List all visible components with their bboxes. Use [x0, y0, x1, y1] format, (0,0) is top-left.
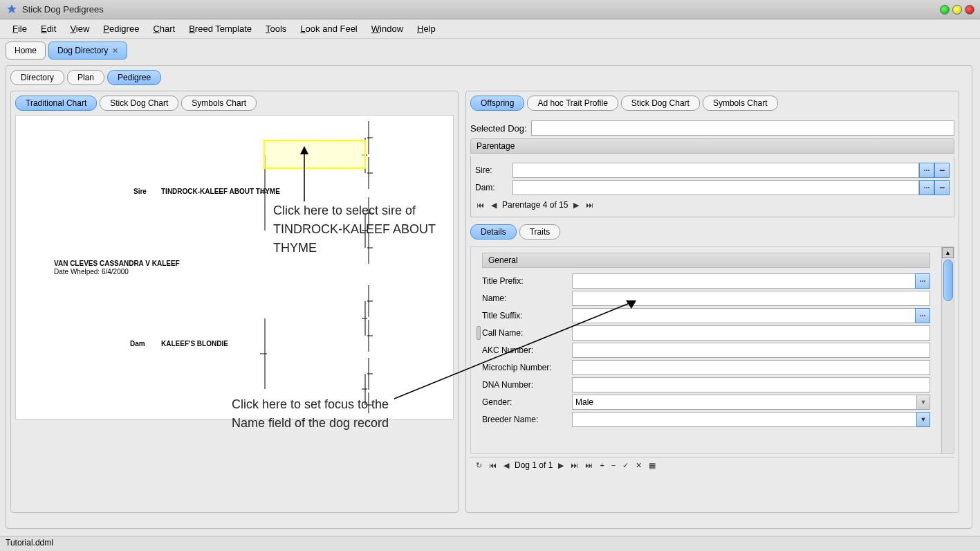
menu-look-feel[interactable]: Look and Feel [293, 21, 364, 37]
sire-grandparent-slot[interactable] [264, 140, 366, 169]
gender-dropdown-button[interactable]: ▼ [916, 395, 930, 410]
title-prefix-input[interactable] [572, 273, 915, 289]
sire-field-label: Sire: [475, 165, 508, 175]
menu-help[interactable]: Help [410, 21, 443, 37]
main-panel: Directory Plan Pedigree Traditional Char… [6, 65, 972, 529]
parentage-position: Parentage 4 of 15 [502, 200, 568, 210]
tab-dog-directory[interactable]: Dog Directory ✕ [48, 42, 127, 60]
nav-prev-icon[interactable]: ◀ [490, 201, 498, 210]
general-header: General [482, 253, 930, 268]
pedigree-chart[interactable]: Sire TINDROCK-KALEEF ABOUT THYME VAN CLE… [15, 115, 454, 419]
title-suffix-browse-button[interactable]: ··· [915, 308, 930, 323]
breeder-label: Breeder Name: [482, 415, 572, 424]
titlebar: Stick Dog Pedigrees [0, 0, 980, 19]
dam-clear-button[interactable]: − [934, 180, 950, 195]
rec-refresh-icon[interactable]: ↻ [474, 461, 483, 470]
window-controls [940, 5, 974, 15]
rec-commit-icon[interactable]: ✓ [621, 461, 630, 470]
rec-add-icon[interactable]: + [598, 461, 605, 469]
maximize-button[interactable] [952, 5, 962, 15]
selected-dog-label: Selected Dog: [470, 123, 527, 134]
rec-end-icon[interactable]: ⏭ [584, 461, 594, 469]
menu-file[interactable]: File [6, 21, 34, 37]
breeder-dropdown-button[interactable]: ▼ [916, 412, 930, 427]
dam-browse-button[interactable]: ··· [919, 180, 934, 195]
dam-field[interactable] [512, 180, 919, 195]
tab-home[interactable]: Home [6, 42, 46, 60]
sire-name[interactable]: TINDROCK-KALEEF ABOUT THYME [161, 188, 280, 195]
arrow-up-icon [297, 146, 311, 201]
minimize-button[interactable] [940, 5, 950, 15]
rec-first-icon[interactable]: ⏮ [488, 461, 498, 469]
tab-directory[interactable]: Directory [10, 70, 64, 85]
tab-traits[interactable]: Traits [519, 224, 561, 240]
sire-field[interactable] [512, 163, 919, 178]
menu-edit[interactable]: Edit [34, 21, 63, 37]
right-tabs: Offspring Ad hoc Trait Profile Stick Dog… [470, 96, 954, 111]
rec-prev-icon[interactable]: ◀ [502, 461, 510, 470]
svg-marker-3 [626, 300, 636, 309]
app-title: Stick Dog Pedigrees [22, 4, 940, 15]
annotation-sire: Click here to select sire of TINDROCK-KA… [273, 201, 446, 258]
rec-last-icon[interactable]: ⏭ [569, 461, 580, 469]
arrow-diagonal-icon [391, 298, 640, 402]
scrollbar[interactable]: ▲ [941, 247, 954, 453]
rec-next-icon[interactable]: ▶ [557, 461, 565, 470]
rec-cancel-icon[interactable]: ✕ [634, 461, 643, 470]
scroll-thumb[interactable] [943, 260, 953, 301]
chart-panel: Traditional Chart Stick Dog Chart Symbol… [10, 91, 459, 513]
subject-name[interactable]: VAN CLEVES CASSANDRA V KALEEF [54, 260, 180, 267]
menu-breed-template[interactable]: Breed Template [182, 21, 259, 37]
menu-tools[interactable]: Tools [259, 21, 293, 37]
nav-first-icon[interactable]: ⏮ [475, 201, 486, 209]
dam-field-label: Dam: [475, 183, 508, 192]
menu-chart[interactable]: Chart [146, 21, 182, 37]
title-prefix-label: Title Prefix: [482, 276, 572, 286]
rec-remove-icon[interactable]: − [610, 461, 617, 469]
breeder-input[interactable] [572, 412, 916, 427]
close-icon[interactable]: ✕ [112, 46, 118, 55]
directory-tabs: Directory Plan Pedigree [10, 70, 968, 85]
sire-label: Sire [133, 188, 147, 195]
tab-symbols-right[interactable]: Symbols Chart [703, 96, 778, 111]
rec-grid-icon[interactable]: ▦ [647, 461, 657, 470]
statusbar: Tutorial.ddml [0, 536, 980, 551]
subject-whelped: Date Whelped: 6/4/2000 [54, 268, 129, 276]
menu-window[interactable]: Window [364, 21, 410, 37]
detail-tabs: Details Traits [470, 224, 954, 240]
parentage-header: Parentage [470, 138, 954, 154]
scroll-up-icon[interactable]: ▲ [942, 247, 954, 258]
sire-browse-button[interactable]: ··· [919, 163, 934, 178]
tab-stick-dog-chart[interactable]: Stick Dog Chart [100, 96, 178, 111]
chart-type-tabs: Traditional Chart Stick Dog Chart Symbol… [15, 96, 454, 111]
nav-last-icon[interactable]: ⏭ [584, 201, 595, 209]
menu-view[interactable]: View [63, 21, 96, 37]
tab-pedigree[interactable]: Pedigree [107, 70, 161, 85]
menu-pedigree[interactable]: Pedigree [96, 21, 146, 37]
svg-marker-1 [300, 146, 308, 154]
tab-offspring[interactable]: Offspring [470, 96, 524, 111]
menubar: File Edit View Pedigree Chart Breed Temp… [0, 19, 980, 39]
svg-line-2 [394, 302, 633, 399]
title-prefix-browse-button[interactable]: ··· [915, 273, 930, 289]
nav-next-icon[interactable]: ▶ [572, 201, 580, 210]
tab-plan[interactable]: Plan [67, 70, 104, 85]
sire-clear-button[interactable]: − [934, 163, 950, 178]
splitter-handle[interactable] [477, 326, 481, 340]
tab-traditional-chart[interactable]: Traditional Chart [15, 96, 97, 111]
tab-adhoc-trait[interactable]: Ad hoc Trait Profile [527, 96, 618, 111]
status-file: Tutorial.ddml [6, 538, 53, 548]
app-icon [6, 3, 18, 16]
annotation-name: Click here to set focus to the Name fiel… [232, 395, 405, 433]
selected-dog-input[interactable] [531, 120, 954, 136]
tab-stick-dog-right[interactable]: Stick Dog Chart [621, 96, 700, 111]
dam-name[interactable]: KALEEF'S BLONDIE [161, 340, 228, 347]
tab-symbols-chart[interactable]: Symbols Chart [181, 96, 257, 111]
record-position: Dog 1 of 1 [515, 460, 553, 470]
close-button[interactable] [965, 5, 974, 15]
tab-details[interactable]: Details [470, 224, 517, 240]
dam-label: Dam [130, 340, 145, 347]
page-tabs: Home Dog Directory ✕ [0, 39, 980, 60]
